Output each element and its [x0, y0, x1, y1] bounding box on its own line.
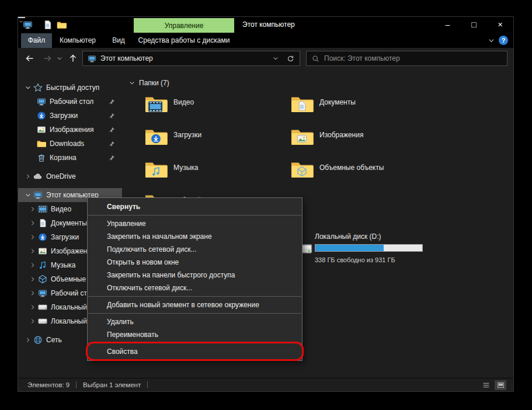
close-button[interactable]: ×	[487, 17, 513, 33]
tab-disk-tools[interactable]: Средства работы с дисками	[134, 33, 234, 48]
chevron-down-icon[interactable]	[25, 85, 31, 91]
tab-view[interactable]: Вид	[106, 33, 131, 48]
chevron-right-icon[interactable]	[25, 337, 31, 343]
sidebar-label: Корзина	[50, 154, 77, 162]
list-view-icon	[482, 381, 490, 389]
sidebar-item-pictures[interactable]: Изображения	[18, 123, 122, 137]
address-dropdown-icon[interactable]	[273, 55, 279, 61]
folder-icon	[37, 139, 46, 148]
maximize-button[interactable]: □	[461, 17, 487, 33]
search-box	[306, 51, 507, 66]
folders-group-header[interactable]: Папки (7)	[129, 78, 169, 88]
recent-locations-icon[interactable]	[57, 55, 62, 61]
details-view-button[interactable]	[480, 380, 492, 390]
pin-icon[interactable]	[109, 127, 115, 133]
star-icon	[33, 83, 43, 92]
menu-item-disconnect-network-drive[interactable]: Отключить сетевой диск...	[88, 282, 302, 294]
folder-tile-3d-objects[interactable]: Объемные объекты	[287, 157, 421, 187]
music-icon	[150, 166, 162, 177]
videos-icon	[38, 204, 47, 214]
cloud-icon	[33, 172, 43, 181]
recycle-bin-icon	[37, 153, 46, 162]
menu-item-collapse[interactable]: Свернуть	[88, 200, 302, 213]
refresh-icon[interactable]	[287, 55, 294, 62]
up-button[interactable]	[68, 54, 78, 63]
menu-item-add-network-location[interactable]: Добавить новый элемент в сетевое окружен…	[88, 298, 302, 311]
chevron-right-icon[interactable]	[30, 234, 36, 240]
pin-icon[interactable]	[109, 113, 115, 119]
pin-icon[interactable]	[109, 99, 115, 105]
menu-item-manage[interactable]: Управление	[88, 217, 302, 230]
sidebar-label: Рабочий стол	[50, 98, 93, 106]
sidebar-label: Downloads	[50, 140, 84, 148]
chevron-right-icon[interactable]	[25, 173, 31, 179]
icons-view-button[interactable]	[495, 380, 506, 390]
context-menu: Свернуть Управление Закрепить на начальн…	[87, 197, 302, 361]
items-count: Элементов: 9	[27, 381, 69, 388]
pc-icon	[33, 190, 43, 200]
view-switcher	[480, 380, 506, 390]
search-icon	[312, 55, 319, 62]
drive-tile-local-disk-d[interactable]: Локальный диск (D:) 338 ГБ свободно из 9…	[293, 232, 444, 267]
menu-item-properties[interactable]: Свойства	[88, 345, 302, 358]
back-button[interactable]	[25, 54, 34, 63]
sidebar-label: Быстрый доступ	[46, 84, 99, 92]
window-controls: – □ ×	[434, 17, 513, 33]
folder-tile-downloads[interactable]: Загрузки	[141, 124, 275, 155]
folder-tile-videos[interactable]: Видео	[141, 92, 275, 122]
tab-file[interactable]: Файл	[21, 33, 52, 48]
downloads-icon	[38, 232, 47, 242]
sidebar-item-downloads[interactable]: Загрузки	[18, 109, 122, 123]
sidebar-item-onedrive[interactable]: OneDrive	[18, 169, 122, 183]
chevron-right-icon[interactable]	[30, 318, 36, 324]
chevron-right-icon[interactable]	[30, 206, 36, 212]
qat-properties-icon[interactable]	[43, 20, 53, 30]
menu-item-rename[interactable]: Переименовать	[88, 328, 302, 341]
qat-newfolder-icon[interactable]	[57, 20, 67, 30]
music-icon	[38, 260, 47, 270]
chevron-right-icon[interactable]	[30, 304, 36, 310]
sidebar-item-desktop[interactable]: Рабочий стол	[18, 95, 122, 109]
tile-label: Загрузки	[173, 131, 201, 139]
tile-label: Изображения	[319, 131, 363, 139]
titlebar: Управление Этот компьютер – □ ×	[18, 17, 513, 33]
menu-item-open-in-new-window[interactable]: Открыть в новом окне	[88, 256, 302, 269]
menu-item-map-network-drive[interactable]: Подключить сетевой диск...	[88, 243, 302, 256]
status-divider	[147, 381, 148, 388]
expand-ribbon-icon[interactable]	[488, 37, 495, 44]
sidebar-item-quick-access[interactable]: Быстрый доступ	[18, 81, 122, 95]
folder-tile-music[interactable]: Музыка	[141, 157, 275, 187]
minimize-button[interactable]: –	[434, 17, 461, 33]
network-icon	[33, 335, 43, 345]
thumbnail-view-icon	[497, 381, 505, 389]
chevron-right-icon[interactable]	[30, 276, 36, 282]
chevron-right-icon[interactable]	[30, 220, 36, 226]
forward-button[interactable]	[43, 54, 52, 63]
chevron-right-icon[interactable]	[30, 248, 36, 254]
drive-usage-fill	[315, 245, 384, 251]
disk-icon	[38, 317, 47, 326]
sidebar-item-downloads-folder[interactable]: Downloads	[18, 137, 122, 151]
menu-item-pin-to-quick-access[interactable]: Закрепить на панели быстрого доступа	[88, 269, 302, 282]
search-input[interactable]	[324, 54, 507, 62]
help-icon[interactable]: ?	[499, 36, 508, 45]
menu-item-delete[interactable]: Удалить	[88, 315, 302, 328]
cube-icon	[296, 166, 308, 177]
chevron-down-icon	[129, 80, 135, 86]
pin-icon[interactable]	[109, 155, 115, 161]
folder-tile-pictures[interactable]: Изображения	[287, 124, 421, 155]
chevron-right-icon[interactable]	[30, 290, 36, 296]
tile-label: Объемные объекты	[319, 164, 384, 172]
sidebar-item-recycle-bin[interactable]: Корзина	[18, 151, 122, 165]
address-bar[interactable]: Этот компьютер	[82, 51, 300, 66]
chevron-right-icon[interactable]	[30, 262, 36, 268]
sidebar-label: Документы	[51, 219, 87, 227]
pictures-icon	[37, 125, 46, 134]
pin-icon[interactable]	[109, 141, 115, 147]
folder-tile-documents[interactable]: Документы	[287, 92, 421, 122]
tab-computer[interactable]: Компьютер	[54, 33, 101, 48]
drive-label: Локальный диск (D:)	[315, 232, 381, 241]
manage-contextual-tab[interactable]: Управление	[134, 18, 234, 33]
menu-item-pin-to-start[interactable]: Закрепить на начальном экране	[88, 230, 302, 243]
chevron-down-icon[interactable]	[25, 192, 31, 198]
